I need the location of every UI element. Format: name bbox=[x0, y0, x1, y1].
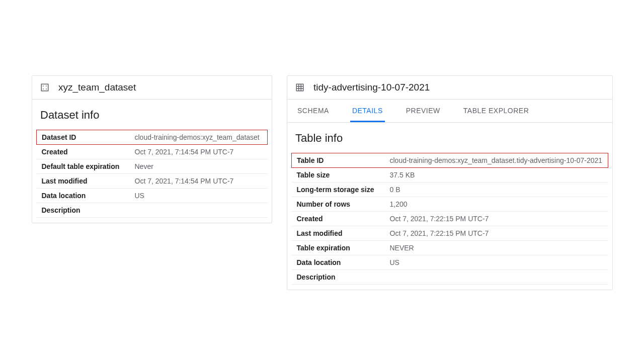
table-id-row: Table ID cloud-training-demos:xyz_team_d… bbox=[292, 153, 608, 168]
num-rows-label: Number of rows bbox=[292, 197, 385, 212]
table-id-label: Table ID bbox=[292, 153, 385, 168]
dataset-created-value: Oct 7, 2021, 7:14:54 PM UTC-7 bbox=[130, 145, 268, 159]
dataset-expiration-value: Never bbox=[130, 159, 268, 174]
table-location-row: Data location US bbox=[292, 255, 608, 270]
dataset-created-row: Created Oct 7, 2021, 7:14:54 PM UTC-7 bbox=[37, 145, 268, 159]
tab-schema[interactable]: SCHEMA bbox=[295, 100, 331, 122]
dataset-expiration-row: Default table expiration Never bbox=[37, 159, 268, 174]
table-info-panel: tidy-advertising-10-07-2021 SCHEMA DETAI… bbox=[287, 75, 613, 290]
dataset-info-table: Dataset ID cloud-training-demos:xyz_team… bbox=[36, 130, 268, 218]
table-id-value: cloud-training-demos:xyz_team_dataset.ti… bbox=[385, 153, 608, 168]
dataset-created-label: Created bbox=[37, 145, 130, 159]
dataset-info-panel: xyz_team_dataset Dataset info Dataset ID… bbox=[32, 75, 272, 223]
table-tabs: SCHEMA DETAILS PREVIEW TABLE EXPLORER bbox=[287, 100, 612, 123]
svg-point-4 bbox=[46, 88, 47, 89]
table-created-value: Oct 7, 2021, 7:22:15 PM UTC-7 bbox=[385, 212, 608, 226]
table-icon bbox=[295, 83, 304, 92]
dataset-info-heading: Dataset info bbox=[32, 100, 272, 130]
tab-table-explorer[interactable]: TABLE EXPLORER bbox=[461, 100, 531, 122]
lt-storage-value: 0 B bbox=[385, 183, 608, 197]
svg-point-2 bbox=[46, 85, 47, 86]
table-header: tidy-advertising-10-07-2021 bbox=[287, 76, 612, 100]
dataset-location-row: Data location US bbox=[37, 189, 268, 203]
dataset-description-label: Description bbox=[37, 203, 130, 218]
table-location-value: US bbox=[385, 255, 608, 270]
svg-rect-5 bbox=[296, 84, 303, 91]
table-expiration-row: Table expiration NEVER bbox=[292, 241, 608, 255]
table-title: tidy-advertising-10-07-2021 bbox=[313, 82, 430, 93]
tab-details[interactable]: DETAILS bbox=[350, 100, 385, 122]
dataset-title: xyz_team_dataset bbox=[58, 82, 136, 93]
dataset-id-row: Dataset ID cloud-training-demos:xyz_team… bbox=[37, 130, 268, 145]
table-created-label: Created bbox=[292, 212, 385, 226]
dataset-id-label: Dataset ID bbox=[37, 130, 130, 145]
num-rows-row: Number of rows 1,200 bbox=[292, 197, 608, 212]
table-expiration-label: Table expiration bbox=[292, 241, 385, 255]
num-rows-value: 1,200 bbox=[385, 197, 608, 212]
dataset-id-value: cloud-training-demos:xyz_team_dataset bbox=[130, 130, 268, 145]
table-size-value: 37.5 KB bbox=[385, 168, 608, 183]
dataset-description-value bbox=[130, 203, 268, 218]
dataset-modified-row: Last modified Oct 7, 2021, 7:14:54 PM UT… bbox=[37, 174, 268, 189]
dataset-modified-value: Oct 7, 2021, 7:14:54 PM UTC-7 bbox=[130, 174, 268, 189]
tab-preview[interactable]: PREVIEW bbox=[404, 100, 442, 122]
dataset-header: xyz_team_dataset bbox=[32, 76, 272, 100]
table-location-label: Data location bbox=[292, 255, 385, 270]
svg-rect-0 bbox=[41, 84, 48, 91]
table-size-row: Table size 37.5 KB bbox=[292, 168, 608, 183]
dataset-icon bbox=[40, 83, 49, 92]
table-description-label: Description bbox=[292, 270, 385, 285]
dataset-expiration-label: Default table expiration bbox=[37, 159, 130, 174]
svg-point-1 bbox=[43, 85, 44, 86]
table-description-row: Description bbox=[292, 270, 608, 285]
table-info-heading: Table info bbox=[287, 123, 612, 153]
dataset-modified-label: Last modified bbox=[37, 174, 130, 189]
table-expiration-value: NEVER bbox=[385, 241, 608, 255]
table-modified-row: Last modified Oct 7, 2021, 7:22:15 PM UT… bbox=[292, 226, 608, 241]
lt-storage-row: Long-term storage size 0 B bbox=[292, 183, 608, 197]
dataset-location-label: Data location bbox=[37, 189, 130, 203]
dataset-location-value: US bbox=[130, 189, 268, 203]
table-size-label: Table size bbox=[292, 168, 385, 183]
table-modified-label: Last modified bbox=[292, 226, 385, 241]
dataset-description-row: Description bbox=[37, 203, 268, 218]
table-modified-value: Oct 7, 2021, 7:22:15 PM UTC-7 bbox=[385, 226, 608, 241]
table-created-row: Created Oct 7, 2021, 7:22:15 PM UTC-7 bbox=[292, 212, 608, 226]
table-description-value bbox=[385, 270, 608, 285]
lt-storage-label: Long-term storage size bbox=[292, 183, 385, 197]
table-info-table: Table ID cloud-training-demos:xyz_team_d… bbox=[291, 153, 608, 285]
svg-point-3 bbox=[43, 88, 44, 89]
